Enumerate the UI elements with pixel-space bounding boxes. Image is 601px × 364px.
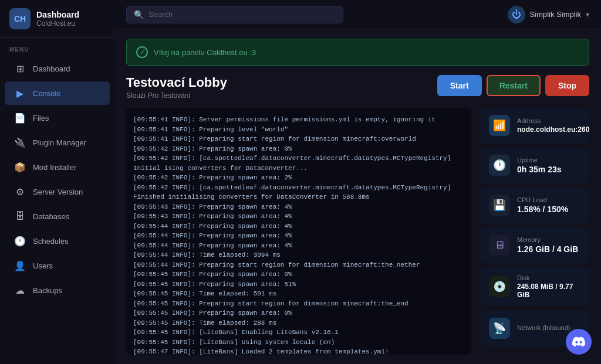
user-name: Simplik Simplik — [530, 10, 581, 19]
memory-info: Memory 1.26 GiB / 4 GiB — [517, 236, 578, 254]
server-description: Slouží Pro Testování — [126, 91, 227, 100]
disk-label: Disk — [517, 274, 581, 281]
schedules-icon: 🕐 — [14, 235, 26, 247]
server-name: Testovací Lobby — [126, 75, 227, 90]
sidebar-item-dashboard[interactable]: ⊞ Dashboard — [5, 57, 110, 80]
disk-info: Disk 245.08 MiB / 9.77 GiB — [517, 274, 581, 299]
chevron-down-icon: ▾ — [586, 11, 589, 19]
sidebar-item-label: Schedules — [33, 237, 69, 246]
sidebar-item-databases[interactable]: 🗄 Databases — [5, 205, 110, 228]
menu-label: MENU — [0, 38, 114, 56]
main-content: 🔍 ⏻ Simplik Simplik ▾ ✓ Vítej na panelu … — [114, 0, 601, 364]
sidebar-item-label: Plugin Manager — [33, 138, 86, 147]
network-info: Network (Inbound) — [517, 324, 570, 332]
sidebar-item-console[interactable]: ▶ Console — [5, 81, 110, 105]
sidebar-item-label: Server Version — [33, 188, 83, 196]
wifi-icon: 📶 — [489, 115, 510, 136]
search-icon: 🔍 — [134, 10, 144, 19]
databases-icon: 🗄 — [14, 210, 26, 222]
server-info: Testovací Lobby Slouží Pro Testování — [126, 75, 227, 100]
cpu-value: 1.58% / 150% — [517, 205, 568, 214]
sidebar-title: Dashboard ColdHost.eu — [36, 10, 79, 28]
sidebar-item-label: Files — [33, 114, 49, 123]
files-icon: 📄 — [14, 112, 26, 124]
sidebar-item-label: Mod Installer — [33, 163, 76, 172]
start-button[interactable]: Start — [437, 75, 482, 96]
sidebar: CH Dashboard ColdHost.eu MENU ⊞ Dashboar… — [0, 0, 114, 364]
console-icon: ▶ — [14, 87, 26, 99]
network-icon: 📡 — [489, 318, 510, 339]
content-row: [09:55:41 INFO]: Server permissions file… — [126, 108, 589, 355]
stat-card-cpu: 💾 CPU Load 1.58% / 150% — [481, 188, 589, 223]
cpu-icon: 💾 — [489, 195, 510, 216]
sidebar-item-backups[interactable]: ☁ Backups — [5, 278, 110, 302]
memory-label: Memory — [517, 236, 578, 243]
memory-icon: 🖥 — [489, 234, 510, 256]
banner-message: Vítej na panelu Coldhost.eu :3 — [154, 48, 256, 57]
server-version-icon: ⚙ — [14, 186, 26, 198]
disk-icon: 💿 — [489, 276, 510, 297]
sidebar-item-schedules[interactable]: 🕐 Schedules — [5, 229, 110, 253]
banner-check-icon: ✓ — [136, 46, 148, 58]
sidebar-item-server-version[interactable]: ⚙ Server Version — [5, 180, 110, 203]
stat-card-disk: 💿 Disk 245.08 MiB / 9.77 GiB — [481, 267, 589, 306]
user-menu[interactable]: ⏻ Simplik Simplik ▾ — [508, 6, 589, 23]
console-panel[interactable]: [09:55:41 INFO]: Server permissions file… — [126, 108, 471, 355]
clock-icon: 🕐 — [489, 155, 510, 176]
search-input[interactable] — [148, 10, 336, 19]
sidebar-item-label: Databases — [33, 212, 69, 221]
mod-icon: 📦 — [14, 161, 26, 173]
search-box[interactable]: 🔍 — [126, 6, 343, 23]
sidebar-item-label: Backups — [33, 286, 62, 295]
sidebar-title-main: Dashboard — [36, 10, 79, 19]
address-label: Address — [517, 117, 589, 124]
restart-button[interactable]: Restart — [487, 75, 541, 96]
disk-value: 245.08 MiB / 9.77 GiB — [517, 283, 581, 299]
backups-icon: ☁ — [14, 284, 26, 296]
sidebar-item-files[interactable]: 📄 Files — [5, 106, 110, 130]
memory-value: 1.26 GiB / 4 GiB — [517, 244, 578, 254]
sidebar-item-label: Console — [33, 89, 61, 98]
sidebar-item-mod-installer[interactable]: 📦 Mod Installer — [5, 155, 110, 179]
discord-icon — [572, 335, 585, 348]
server-header: Testovací Lobby Slouží Pro Testování Sta… — [126, 75, 589, 100]
stat-card-memory: 🖥 Memory 1.26 GiB / 4 GiB — [481, 227, 589, 263]
sidebar-item-users[interactable]: 👤 Users — [5, 254, 110, 277]
sidebar-title-sub: ColdHost.eu — [36, 19, 79, 28]
discord-button[interactable] — [566, 329, 592, 355]
sidebar-logo: CH Dashboard ColdHost.eu — [0, 0, 114, 38]
stat-card-uptime: 🕐 Uptime 0h 35m 23s — [481, 148, 589, 183]
plugin-icon: 🔌 — [14, 137, 26, 148]
network-label: Network (Inbound) — [517, 324, 570, 331]
stats-panel: 📶 Address node.coldhost.eu:26012 🕐 Uptim… — [481, 108, 589, 355]
uptime-value: 0h 35m 23s — [517, 165, 562, 174]
cpu-label: CPU Load — [517, 196, 568, 203]
uptime-info: Uptime 0h 35m 23s — [517, 157, 562, 174]
stat-card-address: 📶 Address node.coldhost.eu:26012 — [481, 108, 589, 143]
banner: ✓ Vítej na panelu Coldhost.eu :3 — [126, 39, 589, 66]
cpu-info: CPU Load 1.58% / 150% — [517, 196, 568, 214]
uptime-label: Uptime — [517, 157, 562, 164]
logo-icon: CH — [9, 8, 31, 29]
stop-button[interactable]: Stop — [545, 75, 589, 96]
sidebar-item-plugin-manager[interactable]: 🔌 Plugin Manager — [5, 131, 110, 154]
server-actions: Start Restart Stop — [437, 75, 589, 96]
content-area: ✓ Vítej na panelu Coldhost.eu :3 Testova… — [114, 29, 601, 364]
address-value: node.coldhost.eu:26012 — [517, 125, 589, 134]
sidebar-item-label: Dashboard — [33, 64, 70, 73]
topbar: 🔍 ⏻ Simplik Simplik ▾ — [114, 0, 601, 29]
address-info: Address node.coldhost.eu:26012 — [517, 117, 589, 134]
power-icon: ⏻ — [508, 6, 525, 23]
users-icon: 👤 — [14, 260, 26, 271]
dashboard-icon: ⊞ — [14, 63, 26, 74]
sidebar-item-label: Users — [33, 261, 53, 270]
